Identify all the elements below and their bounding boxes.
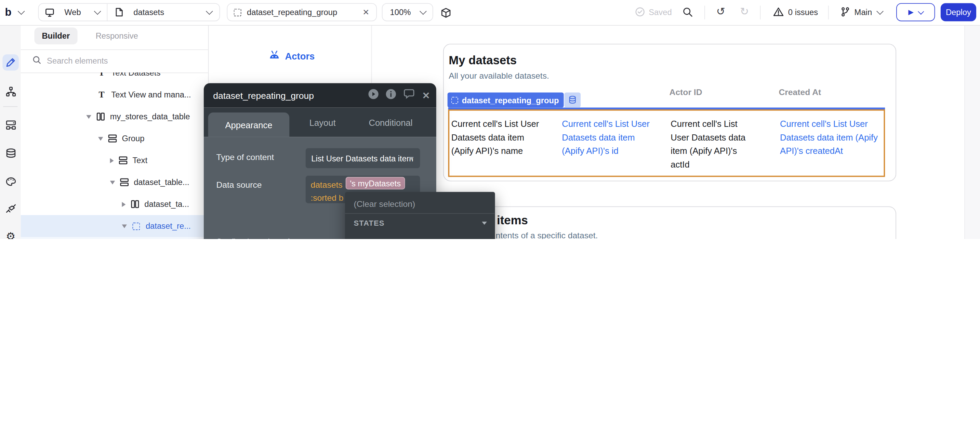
expand-right-icon[interactable] xyxy=(110,158,114,163)
tab-layout[interactable]: Layout xyxy=(309,107,336,137)
rg-cell-1[interactable]: Current cell's List User Datasets data i… xyxy=(562,118,650,158)
reusable-blocks-icon[interactable] xyxy=(2,117,19,133)
zoom-value: 100% xyxy=(390,8,411,17)
tree-item-text-cu-[interactable]: TText Cu... xyxy=(21,237,208,239)
tree-item-text-view-and-mana-[interactable]: TText View and mana... xyxy=(21,84,208,106)
tree-item-text-datasets[interactable]: TText Datasets xyxy=(21,73,208,84)
rg-cell-2[interactable]: Current cell's List User Datasets data i… xyxy=(671,118,754,171)
zoom-select[interactable]: 100% xyxy=(382,3,433,21)
undo-icon[interactable]: ↺ xyxy=(716,5,725,18)
tab-appearance[interactable]: Appearance xyxy=(208,113,290,137)
rg-cell-0[interactable]: Current cell's List User Datasets data i… xyxy=(451,118,548,158)
type-of-content-select[interactable]: List User Datasets data item xyxy=(306,148,420,168)
platform-chevron-icon[interactable] xyxy=(95,11,100,14)
search-icon[interactable] xyxy=(682,7,693,20)
inspector-header[interactable]: dataset_repeating_group ✕ xyxy=(204,83,436,107)
tree-item-dataset-ta-[interactable]: dataset_ta... xyxy=(21,193,208,215)
branch-icon xyxy=(840,7,850,17)
expand-down-icon[interactable] xyxy=(98,137,103,141)
menu-item--s-width[interactable]: 's width xyxy=(345,232,495,239)
tree-item-label: dataset_table... xyxy=(134,178,189,187)
left-icon-rail: ⚙ xyxy=(0,25,21,239)
page-select[interactable]: datasets xyxy=(134,8,164,17)
issues-label: 0 issues xyxy=(788,7,818,16)
platform-select[interactable]: Web xyxy=(64,8,81,17)
repeating-group-icon xyxy=(234,8,242,16)
column-header-created-at: Created At xyxy=(779,87,821,97)
close-tab-icon[interactable]: ✕ xyxy=(363,8,369,17)
preview-button[interactable]: ▶ xyxy=(896,3,935,21)
component-library-icon[interactable] xyxy=(441,8,451,21)
canvas-section-divider xyxy=(371,25,372,83)
platform-page-select-group: Web datasets xyxy=(38,3,220,21)
database-icon xyxy=(569,96,576,105)
element-search-placeholder: Search elements xyxy=(47,56,108,66)
redo-icon[interactable]: ↻ xyxy=(740,5,749,18)
logo-chevron-icon[interactable] xyxy=(19,11,24,14)
expand-down-icon[interactable] xyxy=(122,224,127,228)
tree-item-dataset-table-[interactable]: dataset_table... xyxy=(21,171,208,193)
actors-nav-item[interactable]: Actors xyxy=(269,50,315,62)
repeating-group-bounds[interactable]: Current cell's List User Datasets data i… xyxy=(448,110,885,177)
state-dropdown-menu: (Clear selection)STATES's width's height… xyxy=(345,192,495,239)
robot-icon xyxy=(269,50,280,62)
text-element-icon: T xyxy=(97,90,106,100)
element-tree: TText DatasetsTText View and mana...my_s… xyxy=(21,73,208,239)
tab-builder[interactable]: Builder xyxy=(35,27,78,44)
data-source-token[interactable]: 's myDatasets xyxy=(346,177,405,189)
type-of-content-label: Type of content xyxy=(216,153,274,162)
tab-responsive[interactable]: Responsive xyxy=(96,31,138,40)
info-icon[interactable] xyxy=(386,89,397,102)
deploy-button[interactable]: Deploy xyxy=(941,3,976,21)
plugins-icon[interactable] xyxy=(2,201,19,217)
column-header-actor-id: Actor ID xyxy=(670,87,702,97)
group-element-icon xyxy=(107,134,116,143)
page-chevron-icon[interactable] xyxy=(207,11,212,14)
preview-element-icon[interactable] xyxy=(368,89,379,102)
branch-select[interactable]: Main xyxy=(840,7,883,17)
data-source-expression-suffix[interactable]: :sorted b xyxy=(310,193,343,202)
page-icon xyxy=(114,8,123,17)
element-search[interactable]: Search elements xyxy=(21,49,208,73)
save-status-label: Saved xyxy=(649,7,671,16)
canvas-scrollbar[interactable] xyxy=(964,25,980,239)
settings-gear-icon[interactable]: ⚙ xyxy=(2,228,19,239)
expand-down-icon[interactable] xyxy=(110,180,115,184)
close-icon[interactable]: ✕ xyxy=(422,90,430,101)
tree-item-dataset-re-[interactable]: dataset_re... xyxy=(21,215,208,237)
tree-item-text[interactable]: Text xyxy=(21,149,208,171)
tree-item-label: Text View and mana... xyxy=(111,90,191,99)
tree-item-my-stores-data-table[interactable]: my_stores_data_table xyxy=(21,106,208,127)
comment-icon[interactable] xyxy=(404,89,415,102)
menu-section-states[interactable]: STATES xyxy=(345,214,495,232)
bubble-logo[interactable]: b xyxy=(5,6,11,19)
styles-palette-icon[interactable] xyxy=(2,173,19,189)
chevron-down-icon xyxy=(482,222,487,225)
tree-item-label: Text xyxy=(132,156,147,165)
bubble-editor: b Web datasets dataset_repeating_group ✕… xyxy=(0,0,980,239)
zoom-chevron-icon xyxy=(421,11,426,14)
menu-item-clear-selection[interactable]: (Clear selection) xyxy=(345,195,495,213)
items-card-title: items xyxy=(497,214,528,227)
tab-conditional[interactable]: Conditional xyxy=(369,107,412,137)
expand-down-icon[interactable] xyxy=(86,115,91,119)
tree-item-label: dataset_re... xyxy=(146,221,191,230)
design-pencil-icon[interactable] xyxy=(2,54,19,71)
database-icon[interactable] xyxy=(2,145,19,161)
set-fixed-rows-label: Set fixed number of rows xyxy=(216,237,309,239)
issues-indicator[interactable]: 0 issues xyxy=(773,7,818,17)
rg-cell-3[interactable]: Current cell's List User Datasets data i… xyxy=(780,118,884,158)
data-source-chip[interactable] xyxy=(565,93,581,108)
tree-item-label: Text Datasets xyxy=(111,73,161,78)
expand-right-icon[interactable] xyxy=(122,202,126,207)
element-tab[interactable]: dataset_repeating_group ✕ xyxy=(227,3,377,21)
monitor-icon xyxy=(45,8,54,17)
data-source-expression[interactable]: datasets xyxy=(310,180,342,189)
repeating-group-icon xyxy=(451,97,458,103)
tree-item-group[interactable]: Group xyxy=(21,127,208,149)
selected-element-chip[interactable]: dataset_repeating_group xyxy=(448,93,564,108)
workflow-tree-icon[interactable] xyxy=(2,83,19,100)
tree-panel-tabs: Builder Responsive xyxy=(21,25,208,50)
element-tab-label: dataset_repeating_group xyxy=(247,8,337,17)
tree-item-label: Group xyxy=(122,134,144,143)
